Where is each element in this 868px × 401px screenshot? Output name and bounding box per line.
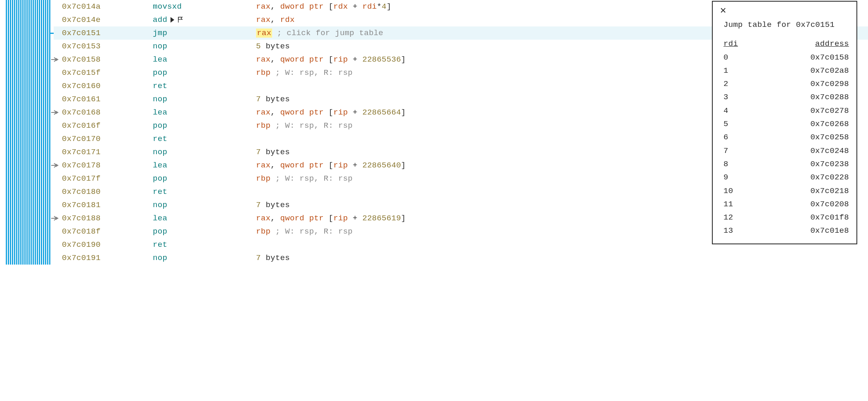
- jump-index: 8: [723, 158, 728, 171]
- operand-token: 4: [382, 2, 387, 11]
- jump-head-index: rdi: [723, 37, 738, 50]
- jump-address: 0x7c01f8: [810, 211, 849, 224]
- operand-token: bytes: [261, 200, 290, 210]
- jump-index: 2: [723, 77, 728, 91]
- jump-table-panel: ✕ Jump table for 0x7c0151 rdi address 00…: [712, 1, 857, 244]
- mnemonic: nop: [153, 200, 256, 210]
- operand-token: ,: [270, 55, 280, 64]
- address[interactable]: 0x7c0181: [54, 200, 153, 210]
- jump-table-row[interactable]: 90x7c0228: [723, 171, 849, 184]
- operand-token: ,: [270, 161, 280, 170]
- jump-index: 5: [723, 117, 728, 131]
- jump-table-row[interactable]: 20x7c0298: [723, 77, 849, 91]
- address[interactable]: 0x7c0171: [54, 148, 153, 157]
- mnemonic: lea: [153, 55, 256, 64]
- jump-index: 6: [723, 131, 728, 144]
- address[interactable]: 0x7c018f: [54, 227, 153, 236]
- operand-token: rbp: [256, 174, 270, 183]
- operand-token: 7: [256, 200, 261, 210]
- jump-address: 0x7c0228: [810, 171, 849, 184]
- address[interactable]: 0x7c016f: [54, 121, 153, 130]
- address[interactable]: 0x7c0190: [54, 240, 153, 249]
- flow-line: [33, 0, 34, 265]
- operand-token: ; W: rsp, R: rsp: [270, 68, 353, 77]
- jump-address: 0x7c0218: [810, 184, 849, 198]
- operand-token: qword ptr: [280, 161, 324, 170]
- mnemonic: nop: [153, 95, 256, 104]
- operand-token: rbp: [256, 68, 270, 77]
- address[interactable]: 0x7c014e: [54, 15, 153, 24]
- jump-table-row[interactable]: 50x7c0268: [723, 117, 849, 131]
- operands[interactable]: 7 bytes: [256, 253, 868, 263]
- address[interactable]: 0x7c0151: [54, 29, 153, 38]
- jump-target-arrow-icon: [51, 110, 59, 115]
- operand-token: rbp: [256, 121, 270, 130]
- mnemonic: ret: [153, 240, 256, 249]
- address[interactable]: 0x7c0160: [54, 81, 153, 91]
- operand-token: qword ptr: [280, 214, 324, 223]
- address[interactable]: 0x7c0161: [54, 95, 153, 104]
- mnemonic: movsxd: [153, 2, 256, 11]
- mnemonic: lea: [153, 108, 256, 117]
- operand-token: +: [348, 55, 362, 64]
- flag-icon[interactable]: [178, 17, 183, 23]
- jump-table-row[interactable]: 100x7c0218: [723, 184, 849, 198]
- address[interactable]: 0x7c0191: [54, 253, 153, 263]
- jump-target-arrow-icon: [51, 57, 59, 62]
- jump-table-row[interactable]: 10x7c02a8: [723, 64, 849, 77]
- address[interactable]: 0x7c0170: [54, 134, 153, 143]
- address[interactable]: 0x7c017f: [54, 174, 153, 183]
- address[interactable]: 0x7c0168: [54, 108, 153, 117]
- flow-line: [8, 0, 9, 265]
- mnemonic: lea: [153, 161, 256, 170]
- jump-table-row[interactable]: 30x7c0288: [723, 91, 849, 104]
- jump-address: 0x7c0248: [810, 144, 849, 158]
- operand-token: ,: [270, 214, 280, 223]
- operand-token: rip: [333, 161, 348, 170]
- run-to-here-icon[interactable]: [170, 17, 175, 23]
- address[interactable]: 0x7c014a: [54, 2, 153, 11]
- mnemonic: jmp: [153, 29, 256, 38]
- jump-table-row[interactable]: 40x7c0278: [723, 104, 849, 117]
- address[interactable]: 0x7c015f: [54, 68, 153, 77]
- close-icon[interactable]: ✕: [720, 6, 849, 16]
- address[interactable]: 0x7c0180: [54, 187, 153, 196]
- operand-token: ; click for jump table: [272, 29, 383, 38]
- jump-table-row[interactable]: 70x7c0248: [723, 144, 849, 158]
- instruction-row[interactable]: 0x7c0191nop7 bytes: [54, 251, 868, 265]
- jump-table-row[interactable]: 110x7c0208: [723, 198, 849, 211]
- jump-index: 4: [723, 104, 728, 117]
- operand-token: +: [348, 214, 362, 223]
- mnemonic: ret: [153, 81, 256, 91]
- flow-line: [26, 0, 28, 265]
- operand-token: ]: [387, 2, 391, 11]
- operand-token: rip: [333, 214, 348, 223]
- jump-address: 0x7c0258: [810, 131, 849, 144]
- operand-token: qword ptr: [280, 55, 324, 64]
- address[interactable]: 0x7c0178: [54, 161, 153, 170]
- operand-token: *: [377, 2, 382, 11]
- operand-token: bytes: [261, 148, 290, 157]
- mnemonic: ret: [153, 134, 256, 143]
- jump-index: 12: [723, 211, 733, 224]
- jump-address: 0x7c0268: [810, 117, 849, 131]
- address[interactable]: 0x7c0188: [54, 214, 153, 223]
- operand-token: 5: [256, 42, 261, 51]
- jump-index: 10: [723, 184, 733, 198]
- jump-table-row[interactable]: 60x7c0258: [723, 131, 849, 144]
- jump-address: 0x7c0158: [810, 51, 849, 64]
- jump-table-row[interactable]: 80x7c0238: [723, 158, 849, 171]
- flow-line: [24, 0, 26, 265]
- jump-index: 11: [723, 198, 733, 211]
- operand-token: bytes: [261, 253, 290, 263]
- jump-table-row[interactable]: 130x7c01e8: [723, 224, 849, 237]
- operand-token: [: [324, 108, 333, 117]
- jump-table-row[interactable]: 00x7c0158: [723, 51, 849, 64]
- operand-token: ,: [270, 2, 280, 11]
- operand-token: 7: [256, 253, 261, 263]
- operand-token: 22865640: [362, 161, 401, 170]
- jump-address: 0x7c0298: [810, 77, 849, 91]
- jump-table-row[interactable]: 120x7c01f8: [723, 211, 849, 224]
- address[interactable]: 0x7c0153: [54, 42, 153, 51]
- address[interactable]: 0x7c0158: [54, 55, 153, 64]
